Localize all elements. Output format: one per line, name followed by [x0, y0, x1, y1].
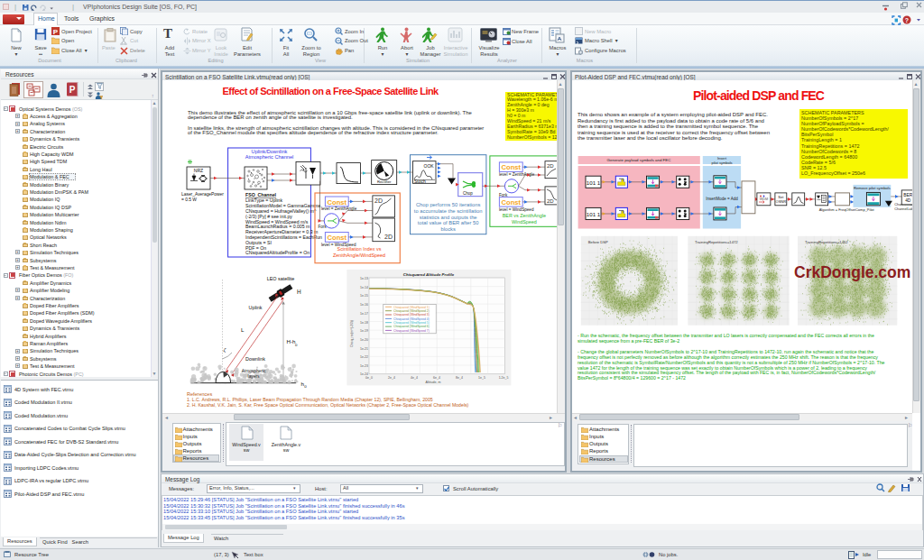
- svg-text:2e_4: 2e_4: [388, 376, 395, 380]
- svg-text:1e-20: 1e-20: [360, 338, 368, 342]
- svg-text:1.2e_5: 1.2e_5: [499, 376, 509, 380]
- svg-text:Chop: Chop: [463, 191, 473, 196]
- svg-text:1e-23: 1e-23: [360, 364, 368, 368]
- svg-text:Downlink: Downlink: [245, 356, 265, 362]
- svg-text:Const: Const: [502, 198, 522, 207]
- svg-text:Uplink: Uplink: [249, 305, 263, 310]
- svg-text:BER: BER: [903, 193, 912, 197]
- svg-text:TrainingRepetitions=1462: TrainingRepetitions=1462: [805, 240, 848, 244]
- svg-text:Algorithm = FreqOffsetComp_Pil: Algorithm = FreqOffsetComp_Pilot: [819, 207, 875, 212]
- svg-text:Stoch: Stoch: [414, 179, 426, 184]
- svg-text:statistics and outputs the: statistics and outputs the: [420, 215, 477, 220]
- svg-text:L: L: [241, 326, 245, 333]
- svg-text:2. H. Kaushal, V.K. Jain, S. K: 2. H. Kaushal, V.K. Jain, S. Kar, Free S…: [187, 402, 469, 408]
- svg-text:level = WindSpeed: level = WindSpeed: [499, 207, 534, 212]
- svg-text:Before DSP: Before DSP: [588, 240, 608, 244]
- svg-text:Rectifier: Rectifier: [377, 179, 392, 184]
- svg-text:1e-15: 1e-15: [360, 294, 368, 298]
- svg-text:blocks: blocks: [440, 226, 456, 232]
- svg-text:= 0.5 W: = 0.5 W: [181, 197, 197, 202]
- svg-text:1e-13: 1e-13: [360, 277, 368, 280]
- svg-text:101 1: 101 1: [587, 179, 601, 186]
- svg-text:Fork: Fork: [319, 225, 328, 229]
- svg-text:Chop performs 50 iterations: Chop performs 50 iterations: [416, 202, 481, 207]
- svg-text:Chisq_res(m^(-2/3)): Chisq_res(m^(-2/3)): [350, 320, 354, 347]
- svg-text:0e_0: 0e_0: [365, 376, 373, 380]
- svg-text:References: References: [187, 391, 212, 397]
- svg-text:1e-14: 1e-14: [360, 286, 368, 289]
- svg-text:NRZ: NRZ: [194, 168, 203, 173]
- svg-text:Chisquared Altitude Profile: Chisquared Altitude Profile: [403, 272, 455, 277]
- svg-text:4e_4: 4e_4: [411, 376, 418, 380]
- svg-text:WDM: WDM: [760, 197, 769, 201]
- svg-text:Laser_AveragePower: Laser_AveragePower: [181, 192, 224, 197]
- svg-text:1e-22: 1e-22: [360, 355, 368, 359]
- svg-text:OOK: OOK: [424, 163, 435, 169]
- svg-text:LEO satellite: LEO satellite: [267, 276, 295, 281]
- svg-text:Uplink/Downlink: Uplink/Downlink: [252, 149, 288, 154]
- svg-text:to accumulate the scintillatio: to accumulate the scintillation: [414, 208, 483, 214]
- svg-text:WindSpeed: WindSpeed: [512, 219, 537, 225]
- svg-text:1e-18: 1e-18: [360, 321, 368, 325]
- svg-text:Const: Const: [502, 163, 522, 171]
- svg-text:Remove pilot symbols: Remove pilot symbols: [854, 186, 891, 190]
- svg-text:0: 0: [304, 384, 307, 389]
- svg-text:2D: 2D: [374, 197, 383, 204]
- svg-text:1e-21: 1e-21: [360, 347, 368, 351]
- svg-text:P: P: [53, 28, 59, 36]
- svg-text:pilot symbols: pilot symbols: [711, 161, 732, 165]
- svg-text:Chisquared (WindSpeed 2): Chisquared (WindSpeed 2): [393, 309, 430, 313]
- svg-text:1. L.C. Andrews, R.L. Phillips: 1. L.C. Andrews, R.L. Phillips, Laser Be…: [187, 397, 433, 402]
- svg-text:ζ: ζ: [224, 347, 227, 353]
- svg-text:InsertMode = Add: InsertMode = Add: [706, 197, 738, 201]
- svg-text:TrainingRepetitions=1472: TrainingRepetitions=1472: [695, 240, 738, 244]
- svg-text:ZenithAngle/WindSpeed: ZenithAngle/WindSpeed: [333, 252, 385, 258]
- svg-text:OSNR: OSNR: [776, 199, 787, 204]
- svg-text:4D: 4D: [905, 198, 911, 203]
- svg-text:1e-17: 1e-17: [360, 312, 368, 316]
- svg-text:2D: 2D: [384, 234, 393, 240]
- svg-text:Altitude, m: Altitude, m: [426, 381, 441, 384]
- svg-text:CNsquaredAltitudeProfile = On: CNsquaredAltitudeProfile = On: [245, 250, 310, 255]
- svg-text:1e-19: 1e-19: [360, 329, 368, 333]
- svg-text:P: P: [69, 85, 76, 95]
- svg-text:Chisquared (WindSpeed 3): Chisquared (WindSpeed 3): [393, 313, 430, 317]
- svg-text:2D: 2D: [547, 163, 554, 169]
- svg-text:Atmospheric: Atmospheric: [242, 369, 266, 373]
- svg-text:Scintillation Index vs: Scintillation Index vs: [337, 246, 382, 252]
- svg-text:Const: Const: [328, 198, 347, 207]
- svg-text:1e_5: 1e_5: [478, 376, 485, 380]
- svg-text:Const: Const: [328, 234, 347, 242]
- svg-text:8e_4: 8e_4: [456, 376, 463, 380]
- svg-text:Generate payload symbols and F: Generate payload symbols and FEC: [607, 158, 671, 162]
- svg-text:Chisquared (WindSpeed 7): Chisquared (WindSpeed 7): [393, 329, 430, 333]
- svg-text:BER vs ZenithAngle: BER vs ZenithAngle: [503, 213, 546, 218]
- svg-text:H: H: [297, 289, 301, 295]
- svg-text:layers: layers: [248, 374, 260, 379]
- svg-text:101 1: 101 1: [587, 211, 601, 217]
- svg-text:?: ?: [905, 16, 909, 23]
- svg-text:Chisquared (WindSpeed 6): Chisquared (WindSpeed 6): [393, 325, 430, 328]
- svg-text:1e-16: 1e-16: [360, 303, 368, 307]
- svg-text:ChannelLabelY =: ChannelLabelY =: [894, 207, 912, 211]
- svg-text:2D: 2D: [547, 198, 554, 204]
- svg-text:0: 0: [295, 343, 298, 347]
- svg-text:FSO_Channel: FSO_Channel: [245, 192, 277, 197]
- svg-text:Atmospheric Channel: Atmospheric Channel: [245, 154, 293, 160]
- svg-text:6e_4: 6e_4: [433, 376, 440, 380]
- svg-text:total value of BER after 50: total value of BER after 50: [418, 220, 479, 225]
